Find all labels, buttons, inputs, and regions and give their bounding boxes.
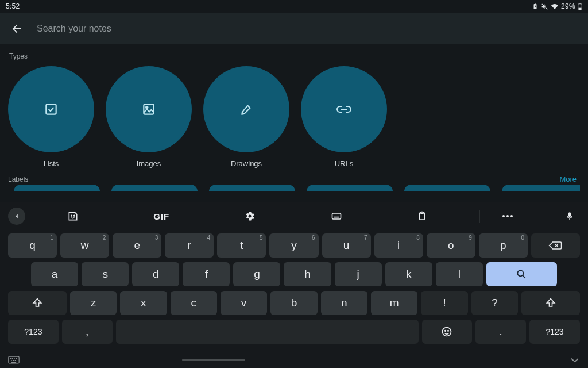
link-icon	[336, 104, 352, 114]
content-area: Types Lists Images Drawings URLs	[0, 44, 588, 191]
key-shift-left[interactable]	[8, 291, 67, 315]
key-l[interactable]: l	[436, 262, 483, 286]
mute-icon	[541, 3, 548, 10]
svg-point-5	[146, 106, 148, 108]
svg-rect-21	[14, 358, 15, 359]
microphone-icon[interactable]	[559, 210, 580, 222]
label-chip[interactable]	[14, 185, 100, 191]
label-chip[interactable]	[307, 185, 393, 191]
svg-rect-1	[579, 3, 581, 3]
label-chip[interactable]	[404, 185, 490, 191]
keyboard-toolbar: GIF	[0, 202, 588, 230]
status-time: 5:52	[6, 2, 20, 10]
key-period[interactable]: .	[475, 320, 526, 344]
type-urls[interactable]: URLs	[301, 66, 387, 168]
key-u[interactable]: u7	[322, 233, 371, 258]
type-images[interactable]: Images	[106, 66, 192, 168]
key-h[interactable]: h	[284, 262, 331, 286]
label-chip[interactable]	[502, 185, 580, 191]
type-drawings[interactable]: Drawings	[203, 66, 289, 168]
brush-icon	[239, 102, 254, 117]
key-symbols-left[interactable]: ?123	[8, 320, 59, 344]
system-nav-bar	[0, 352, 588, 368]
key-i[interactable]: i8	[374, 233, 423, 258]
key-comma[interactable]: ,	[62, 320, 113, 344]
nav-handle[interactable]	[182, 359, 245, 361]
key-e[interactable]: e3	[113, 233, 161, 258]
key-a[interactable]: a	[31, 262, 78, 286]
settings-icon[interactable]	[244, 210, 256, 222]
key-y[interactable]: y6	[269, 233, 318, 258]
svg-point-11	[502, 215, 505, 217]
key-z[interactable]: z	[70, 291, 117, 315]
key-symbols-right[interactable]: ?123	[529, 320, 580, 344]
key-k[interactable]: k	[385, 262, 432, 286]
more-icon[interactable]	[490, 214, 525, 218]
key-t[interactable]: t5	[217, 233, 266, 258]
type-label: Lists	[44, 159, 59, 168]
svg-rect-26	[11, 362, 16, 363]
key-r[interactable]: r4	[165, 233, 214, 258]
key-p[interactable]: p0	[479, 233, 528, 258]
clipboard-icon[interactable]	[417, 210, 427, 222]
key-?[interactable]: ?	[471, 291, 518, 315]
keyboard-hide-icon[interactable]	[570, 356, 580, 363]
battery-saver-icon	[532, 3, 539, 10]
label-chip[interactable]	[111, 185, 198, 191]
svg-point-12	[506, 215, 509, 217]
key-m[interactable]: m	[371, 291, 417, 315]
battery-icon	[578, 3, 582, 10]
keyboard-layout-icon[interactable]	[331, 210, 342, 222]
svg-rect-8	[332, 213, 341, 219]
svg-rect-2	[578, 7, 581, 10]
svg-rect-24	[13, 360, 14, 361]
key-n[interactable]: n	[321, 291, 368, 315]
key-f[interactable]: f	[183, 262, 230, 286]
label-chip[interactable]	[209, 185, 295, 191]
svg-point-13	[510, 215, 513, 217]
key-backspace[interactable]	[531, 233, 580, 258]
keyboard: GIF q1w2e3r4t5y6u7i8o9p0 asdfghjkl zxcvb…	[0, 202, 588, 368]
key-d[interactable]: d	[132, 262, 179, 286]
type-label: Drawings	[231, 159, 262, 168]
type-lists[interactable]: Lists	[8, 66, 94, 168]
sticker-icon[interactable]	[67, 210, 79, 222]
type-label: Images	[137, 159, 161, 168]
key-s[interactable]: s	[82, 262, 129, 286]
labels-row	[8, 185, 580, 191]
key-g[interactable]: g	[233, 262, 280, 286]
keyboard-back-button[interactable]	[8, 208, 25, 225]
svg-rect-19	[10, 358, 11, 359]
svg-point-14	[518, 270, 524, 276]
key-v[interactable]: v	[220, 291, 267, 315]
svg-point-7	[74, 215, 75, 216]
status-bar: 5:52 29%	[0, 0, 588, 13]
svg-point-6	[71, 215, 72, 216]
search-header: Search your notes	[0, 13, 588, 44]
gif-button[interactable]: GIF	[153, 212, 169, 221]
key-space[interactable]	[116, 320, 419, 344]
search-input[interactable]: Search your notes	[37, 24, 111, 34]
svg-rect-23	[11, 360, 12, 361]
labels-heading: Labels	[8, 175, 28, 183]
svg-rect-25	[15, 360, 16, 361]
types-heading: Types	[9, 52, 580, 60]
key-shift-right[interactable]	[521, 291, 580, 315]
key-b[interactable]: b	[270, 291, 317, 315]
key-j[interactable]: j	[335, 262, 382, 286]
labels-more[interactable]: More	[559, 175, 577, 183]
key-search[interactable]	[486, 262, 557, 286]
checklist-icon	[44, 102, 59, 117]
keyboard-switch-icon[interactable]	[8, 356, 20, 364]
key-o[interactable]: o9	[427, 233, 475, 258]
key-emoji[interactable]	[422, 320, 473, 344]
key-w[interactable]: w2	[60, 233, 109, 258]
back-icon[interactable]	[10, 22, 23, 35]
svg-rect-4	[144, 104, 153, 114]
svg-rect-3	[46, 104, 56, 114]
key-![interactable]: !	[421, 291, 467, 315]
key-q[interactable]: q1	[8, 233, 57, 258]
key-c[interactable]: c	[171, 291, 217, 315]
type-label: URLs	[335, 159, 354, 168]
key-x[interactable]: x	[120, 291, 167, 315]
